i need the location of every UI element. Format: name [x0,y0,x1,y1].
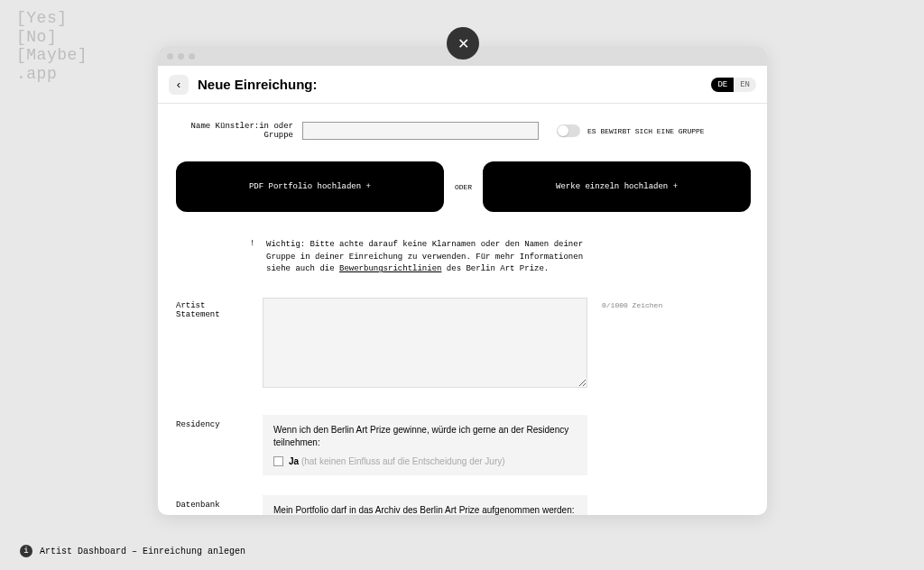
notice: ! Wichtig: Bitte achte darauf keine Klar… [176,239,758,276]
footer-caption: i Artist Dashboard – Einreichung anlegen [20,545,245,557]
statement-row: Artist Statement 0/1000 Zeichen [176,298,758,388]
toggle-knob-icon [558,125,568,136]
app-window: ‹ Neue Einreichung: DE EN Name Künstler:… [158,46,767,515]
warning-icon: ! [250,239,266,276]
upload-works-button[interactable]: Werke einzeln hochladen + [483,161,751,212]
close-icon: ✕ [457,35,469,52]
residency-box: Wenn ich den Berlin Art Prize gewinne, w… [263,415,587,475]
database-prompt: Mein Portfolio darf in das Archiv des Be… [273,504,577,516]
lang-en-button[interactable]: EN [734,78,756,92]
language-switch: DE EN [711,78,756,92]
residency-checkbox[interactable] [273,456,283,466]
guidelines-link[interactable]: Bewerbungsrichtlinien [339,264,441,273]
database-row: Datenbank Mein Portfolio darf in das Arc… [176,495,758,516]
upload-pdf-button[interactable]: PDF Portfolio hochladen + [176,161,444,212]
residency-row: Residency Wenn ich den Berlin Art Prize … [176,415,758,475]
page-title: Neue Einreichung: [198,77,318,92]
name-label: Name Künstler:in oder Gruppe [176,122,293,140]
residency-yes-label: Ja (hat keinen Einfluss auf die Entschei… [289,456,505,466]
group-toggle[interactable] [557,124,580,137]
upload-or-label: ODER [455,183,472,191]
name-row: Name Künstler:in oder Gruppe ES BEWIRBT … [176,122,758,140]
residency-label: Residency [176,415,254,475]
upload-row: PDF Portfolio hochladen + ODER Werke ein… [176,161,758,212]
residency-checkbox-line: Ja (hat keinen Einfluss auf die Entschei… [273,456,577,466]
info-icon: i [20,545,32,557]
form-body: Name Künstler:in oder Gruppe ES BEWIRBT … [158,104,767,515]
window-control-dot[interactable] [189,53,195,60]
back-button[interactable]: ‹ [169,75,189,95]
group-toggle-label: ES BEWIRBT SICH EINE GRUPPE [587,127,705,135]
chevron-left-icon: ‹ [177,78,180,91]
header-bar: ‹ Neue Einreichung: DE EN [158,66,767,104]
footer-text: Artist Dashboard – Einreichung anlegen [40,547,245,556]
char-counter: 0/1000 Zeichen [596,298,662,388]
statement-textarea[interactable] [263,298,587,388]
database-box: Mein Portfolio darf in das Archiv des Be… [263,495,587,516]
app-logo: [Yes] [No] [Maybe] .app [16,9,88,84]
statement-label: Artist Statement [176,298,254,388]
group-toggle-wrap: ES BEWIRBT SICH EINE GRUPPE [557,124,705,137]
database-label: Datenbank [176,495,254,516]
close-button[interactable]: ✕ [447,27,479,60]
residency-prompt: Wenn ich den Berlin Art Prize gewinne, w… [273,424,577,449]
notice-text: Wichtig: Bitte achte darauf keine Klarna… [266,239,600,276]
name-input[interactable] [302,122,539,140]
lang-de-button[interactable]: DE [711,78,734,92]
window-control-dot[interactable] [178,53,184,60]
window-control-dot[interactable] [167,53,173,60]
